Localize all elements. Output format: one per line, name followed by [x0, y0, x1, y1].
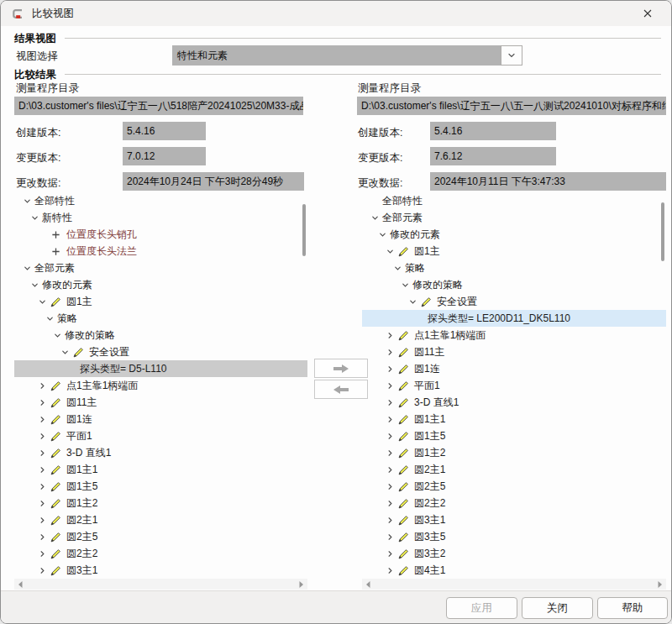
chevron-down-icon[interactable] [399, 279, 411, 291]
chevron-right-icon[interactable] [384, 548, 396, 559]
chevron-right-icon[interactable] [384, 363, 396, 375]
tree-row[interactable]: 圆3主5 [362, 528, 666, 545]
dropdown-button[interactable] [501, 45, 522, 66]
tree-row[interactable]: 新特性 [14, 209, 307, 226]
chevron-right-icon[interactable] [36, 430, 48, 442]
tree-row[interactable]: 圆1主1 [14, 461, 307, 478]
tree-row[interactable]: 点1主靠1柄端面 [362, 327, 666, 343]
tree-row[interactable]: 位置度长头销孔 [14, 226, 307, 243]
chevron-right-icon[interactable] [36, 531, 48, 543]
chevron-down-icon[interactable] [391, 262, 403, 274]
tree-row[interactable]: 修改的元素 [14, 276, 307, 293]
tree-row[interactable]: 全部元素 [362, 209, 666, 226]
tree-row[interactable]: 圆3主2 [362, 545, 666, 562]
chevron-right-icon[interactable] [36, 497, 48, 509]
chevron-down-icon[interactable] [36, 296, 48, 307]
tree-row[interactable]: 圆11主 [362, 343, 666, 360]
chevron-right-icon[interactable] [36, 396, 48, 408]
right-vertical-scrollbar[interactable] [661, 202, 664, 261]
tree-row[interactable]: 圆1主1 [362, 411, 666, 427]
tree-row[interactable]: 全部特性 [14, 192, 307, 209]
tree-row[interactable]: 圆2主5 [362, 478, 666, 495]
chevron-right-icon[interactable] [384, 480, 396, 492]
tree-row[interactable]: 圆1连 [14, 411, 307, 427]
tree-row[interactable]: 圆2主2 [14, 545, 307, 562]
chevron-right-icon[interactable] [384, 564, 396, 576]
tree-row[interactable]: 圆2主1 [14, 511, 307, 528]
right-horizontal-scrollbar[interactable] [362, 579, 666, 590]
tree-row[interactable]: 3-D 直线1 [362, 394, 666, 411]
chevron-right-icon[interactable] [384, 413, 396, 425]
scroll-right-icon[interactable] [298, 580, 305, 589]
close-button[interactable] [629, 1, 666, 26]
tree-row[interactable]: 圆3主1 [362, 511, 666, 528]
chevron-down-icon[interactable] [59, 346, 71, 358]
tree-row[interactable]: 圆1主5 [362, 427, 666, 444]
chevron-right-icon[interactable] [384, 346, 396, 358]
chevron-right-icon[interactable] [36, 548, 48, 559]
tree-row[interactable]: 全部特性 [362, 192, 666, 209]
tree-row[interactable]: 全部元素 [14, 260, 307, 276]
tree-row[interactable]: 圆2主5 [14, 528, 307, 545]
left-horizontal-scrollbar[interactable] [14, 579, 307, 590]
tree-row[interactable]: 安全设置 [14, 343, 307, 360]
chevron-right-icon[interactable] [36, 447, 48, 459]
tree-row[interactable]: 圆4主1 [362, 562, 666, 579]
tree-row[interactable]: 3-D 直线1 [14, 444, 307, 461]
tree-row[interactable]: 策略 [14, 310, 307, 327]
tree-row[interactable]: 探头类型= LE200D11_DK5L110 [362, 310, 666, 327]
tree-row[interactable]: 圆2主1 [362, 461, 666, 478]
chevron-down-icon[interactable] [44, 312, 55, 324]
tree-row[interactable]: 圆1主2 [14, 495, 307, 511]
tree-row[interactable]: 圆2主2 [362, 495, 666, 511]
chevron-right-icon[interactable] [36, 413, 48, 425]
view-select-dropdown[interactable]: 特性和元素 [172, 45, 522, 66]
chevron-down-icon[interactable] [51, 329, 63, 341]
chevron-down-icon[interactable] [29, 279, 40, 291]
chevron-right-icon[interactable] [384, 380, 396, 391]
chevron-right-icon[interactable] [36, 464, 48, 475]
tree-row[interactable]: 圆1主5 [14, 478, 307, 495]
tree-row[interactable]: 平面1 [362, 377, 666, 394]
chevron-right-icon[interactable] [384, 396, 396, 408]
left-vertical-scrollbar[interactable] [302, 204, 306, 256]
chevron-right-icon[interactable] [36, 514, 48, 526]
tree-row[interactable]: 安全设置 [362, 293, 666, 310]
chevron-down-icon[interactable] [376, 228, 388, 240]
tree-row[interactable]: 圆3主1 [14, 562, 307, 579]
chevron-right-icon[interactable] [384, 464, 396, 475]
tree-row[interactable]: 圆1主 [362, 243, 666, 260]
tree-row[interactable]: 圆1连 [362, 360, 666, 377]
scroll-left-icon[interactable] [365, 580, 371, 589]
chevron-right-icon[interactable] [384, 497, 396, 509]
help-button[interactable]: 帮助 [597, 597, 668, 619]
tree-row[interactable]: 位置度长头法兰 [14, 243, 307, 260]
chevron-right-icon[interactable] [36, 480, 48, 492]
tree-row[interactable]: 修改的策略 [362, 276, 666, 293]
chevron-down-icon[interactable] [29, 212, 40, 223]
chevron-down-icon[interactable] [21, 195, 33, 207]
close-dialog-button[interactable]: 关闭 [522, 597, 593, 619]
tree-row[interactable]: 修改的元素 [362, 226, 666, 243]
transfer-right-button[interactable] [314, 359, 368, 378]
scroll-right-icon[interactable] [657, 580, 664, 589]
chevron-right-icon[interactable] [384, 329, 396, 341]
tree-row[interactable]: 修改的策略 [14, 327, 307, 343]
scroll-left-icon[interactable] [17, 580, 24, 589]
chevron-right-icon[interactable] [384, 531, 396, 543]
tree-row[interactable]: 圆1主2 [362, 444, 666, 461]
tree-row[interactable]: 平面1 [14, 427, 307, 444]
chevron-right-icon[interactable] [384, 447, 396, 459]
chevron-right-icon[interactable] [36, 380, 48, 391]
chevron-down-icon[interactable] [21, 262, 33, 274]
chevron-down-icon[interactable] [369, 212, 381, 223]
chevron-right-icon[interactable] [36, 564, 48, 576]
tree-row[interactable]: 圆1主 [14, 293, 307, 310]
tree-row[interactable]: 点1主靠1柄端面 [14, 377, 307, 394]
tree-row[interactable]: 探头类型= D5-L110 [14, 360, 307, 377]
tree-row[interactable]: 圆11主 [14, 394, 307, 411]
chevron-down-icon[interactable] [407, 296, 418, 307]
transfer-left-button[interactable] [314, 380, 368, 399]
chevron-right-icon[interactable] [384, 430, 396, 442]
chevron-down-icon[interactable] [384, 245, 396, 257]
